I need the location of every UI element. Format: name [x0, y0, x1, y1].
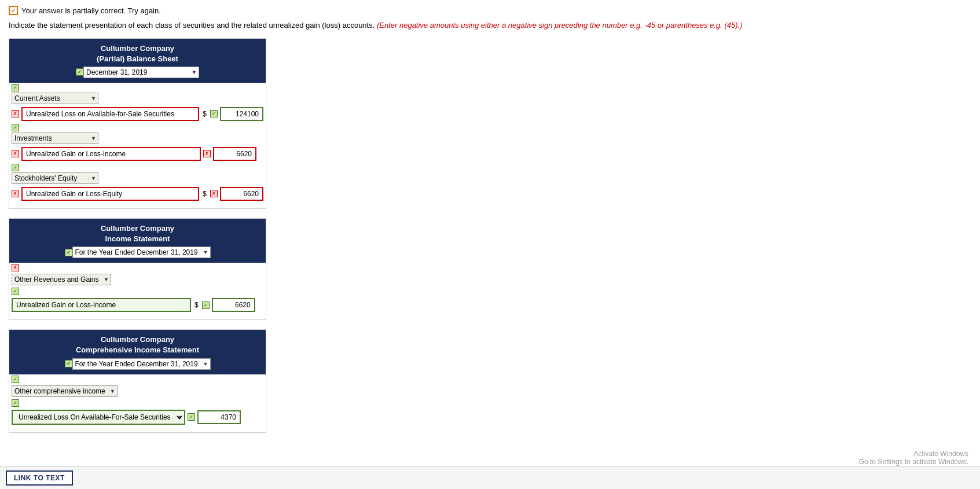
- ci-entry1-label-select[interactable]: Unrealized Loss On Available-For-Sale Se…: [12, 410, 185, 425]
- partial-correct-notice: ✓ Your answer is partially correct. Try …: [9, 6, 971, 15]
- income-statement-date-select[interactable]: For the Year Ended December 31, 2019: [72, 247, 211, 258]
- bs-section2-check: ✓: [12, 124, 19, 131]
- ci-section1-row[interactable]: Other comprehensive income: [9, 384, 266, 398]
- bs-investments-wrapper[interactable]: Investments: [12, 133, 98, 144]
- is-entry1-check: ✓: [12, 288, 19, 295]
- balance-sheet-date-select[interactable]: December 31, 2019: [83, 67, 199, 78]
- bs-section1-check: ✓: [12, 84, 19, 91]
- notice-text: Your answer is partially correct. Try ag…: [21, 6, 161, 15]
- bs-section1-check-row: ✓: [9, 83, 266, 91]
- is-other-revenues-select[interactable]: Other Revenues and Gains: [12, 274, 111, 285]
- bs-investments-select[interactable]: Investments: [12, 133, 98, 144]
- bs-entry2-label-check: ✗: [12, 150, 19, 157]
- bs-stockholders-wrapper[interactable]: Stockholders' Equity: [12, 172, 98, 184]
- is-entry1-value-check: ✓: [202, 302, 210, 309]
- income-statement-date-row: ✓ For the Year Ended December 31, 2019: [12, 247, 263, 258]
- income-statement-block: Cullumber Company Income Statement ✓ For…: [9, 218, 266, 320]
- bs-entry1-label-check: ✗: [12, 110, 19, 117]
- bs-entry2-value-check: ✗: [203, 150, 211, 157]
- balance-sheet-date-check: ✓: [76, 68, 83, 76]
- ci-entry1-label-wrapper[interactable]: Unrealized Loss On Available-For-Sale Se…: [12, 410, 185, 425]
- bs-section3-check-row: ✓: [9, 163, 266, 171]
- partial-icon: ✓: [9, 6, 18, 15]
- bs-entry1-label-input[interactable]: [21, 107, 199, 121]
- bs-entry2-label-input[interactable]: [21, 147, 201, 161]
- balance-sheet-title2: (Partial) Balance Sheet: [12, 54, 263, 64]
- bs-stockholders-select[interactable]: Stockholders' Equity: [12, 172, 98, 184]
- comp-income-date-row: ✓ For the Year Ended December 31, 2019: [12, 358, 263, 370]
- ci-other-comprehensive-wrapper[interactable]: Other comprehensive income: [12, 385, 118, 397]
- bs-entry3-value-input[interactable]: [220, 187, 263, 201]
- bs-section2-row[interactable]: Investments: [9, 131, 266, 145]
- balance-sheet-date-row: ✓ December 31, 2019: [12, 67, 263, 78]
- bs-entry3-row: ✗ $ ✗: [9, 185, 266, 203]
- income-statement-date-wrapper[interactable]: For the Year Ended December 31, 2019: [72, 247, 211, 258]
- bs-section1-row[interactable]: Current Assets: [9, 91, 266, 105]
- bs-entry1-row: ✗ $ ✓: [9, 105, 266, 123]
- income-statement-date-check: ✓: [65, 249, 72, 256]
- bs-section3-check: ✓: [12, 164, 19, 171]
- income-statement-header: Cullumber Company Income Statement ✓ For…: [9, 219, 266, 263]
- bs-entry2-value-input[interactable]: [213, 147, 256, 161]
- bs-entry3-label-check: ✗: [12, 190, 19, 197]
- comp-income-date-wrapper[interactable]: For the Year Ended December 31, 2019: [72, 358, 211, 370]
- ci-entry1-value-input[interactable]: [197, 410, 241, 424]
- bs-section3-row[interactable]: Stockholders' Equity: [9, 171, 266, 185]
- instruction-main: Indicate the statement presentation of e…: [9, 21, 375, 30]
- comp-income-title2: Comprehensive Income Statement: [12, 345, 263, 355]
- is-entry1-label-input[interactable]: [12, 298, 191, 312]
- ci-entry1-row: Unrealized Loss On Available-For-Sale Se…: [9, 408, 266, 427]
- is-entry1-value-input[interactable]: [212, 298, 255, 312]
- is-entry1-check-row: ✓: [9, 286, 266, 296]
- bs-section2-check-row: ✓: [9, 123, 266, 131]
- comp-income-title1: Cullumber Company: [12, 334, 263, 345]
- bs-current-assets-wrapper[interactable]: Current Assets: [12, 93, 98, 104]
- ci-other-comprehensive-select[interactable]: Other comprehensive income: [12, 385, 118, 397]
- bs-entry3-value-check: ✗: [210, 190, 218, 197]
- is-other-revenues-wrapper[interactable]: Other Revenues and Gains: [12, 274, 111, 285]
- balance-sheet-header: Cullumber Company (Partial) Balance Shee…: [9, 39, 266, 83]
- bs-entry1-value-input[interactable]: [220, 107, 263, 121]
- ci-section1-check: ✓: [12, 376, 19, 383]
- bs-entry3-label-input[interactable]: [21, 187, 199, 201]
- ci-entry1-check: ✓: [12, 399, 19, 407]
- bs-entry1-dollar: $: [201, 110, 208, 118]
- instruction-line: Indicate the statement presentation of e…: [9, 20, 971, 31]
- is-section1-check: ✗: [12, 264, 19, 271]
- ci-entry1-check-row: ✓: [9, 398, 266, 408]
- income-statement-title2: Income Statement: [12, 234, 263, 244]
- comprehensive-income-block: Cullumber Company Comprehensive Income S…: [9, 329, 266, 432]
- bs-current-assets-select[interactable]: Current Assets: [12, 93, 98, 104]
- bs-entry3-dollar: $: [201, 190, 208, 198]
- is-section1-check-row: ✗: [9, 263, 266, 273]
- comp-income-date-check: ✓: [65, 360, 72, 367]
- is-section1-row[interactable]: Other Revenues and Gains: [9, 273, 266, 286]
- ci-section1-check-row: ✓: [9, 374, 266, 384]
- balance-sheet-title1: Cullumber Company: [12, 43, 263, 54]
- bs-entry2-row: ✗ ✗: [9, 145, 266, 163]
- bs-entry1-value-check: ✓: [210, 110, 218, 117]
- comprehensive-income-header: Cullumber Company Comprehensive Income S…: [9, 330, 266, 374]
- comp-income-date-select[interactable]: For the Year Ended December 31, 2019: [72, 358, 211, 370]
- ci-entry1-value-check: ✓: [188, 413, 195, 421]
- income-statement-title1: Cullumber Company: [12, 223, 263, 234]
- is-entry1-row: $ ✓: [9, 296, 266, 314]
- balance-sheet-date-wrapper[interactable]: December 31, 2019: [83, 67, 199, 78]
- instruction-note: (Enter negative amounts using either a n…: [377, 21, 743, 30]
- balance-sheet-block: Cullumber Company (Partial) Balance Shee…: [9, 38, 266, 209]
- is-entry1-dollar: $: [193, 301, 200, 309]
